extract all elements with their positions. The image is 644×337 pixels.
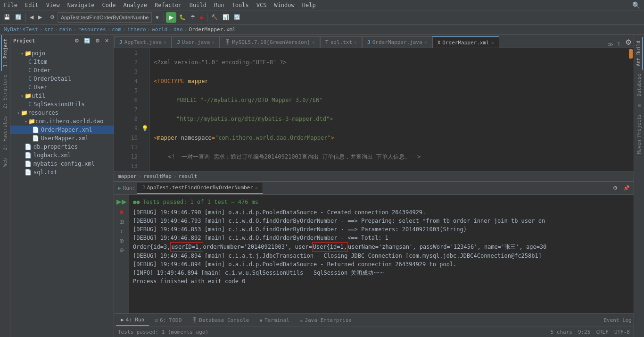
tab-user[interactable]: J User.java ✕ <box>172 36 220 48</box>
maven-tool[interactable]: Maven Projects <box>636 110 643 158</box>
bottom-tab-terminal[interactable]: ▪ Terminal <box>255 315 294 326</box>
stop-btn[interactable]: ■ <box>198 14 205 21</box>
menu-view[interactable]: View <box>42 2 64 8</box>
editor-content[interactable]: 1 2 3 4 5 6 7 8 9 10 11 12 13 <box>114 48 634 171</box>
bc-src[interactable]: src <box>44 26 53 33</box>
tab-close[interactable]: ✕ <box>424 40 427 45</box>
structure-tool[interactable]: Z: Structure <box>1 71 8 112</box>
tree-pojo[interactable]: ▾ 📁 pojo <box>10 49 114 58</box>
settings-btn[interactable]: ⚙ <box>48 13 57 21</box>
code-content[interactable]: <?xml version="1.0" encoding="UTF-8" ?> … <box>150 48 628 171</box>
coverage-btn[interactable]: ☂ <box>189 13 197 21</box>
bc-main[interactable]: main <box>59 26 72 33</box>
dropdown-btn[interactable]: ▼ <box>153 14 162 21</box>
tree-item[interactable]: C User <box>10 83 114 92</box>
tab-close[interactable]: ✕ <box>354 40 357 45</box>
bottom-tab-db-console[interactable]: 🗄 Database Console <box>187 315 254 326</box>
tree-user-mapper[interactable]: 📄 UserMapper.xml <box>10 134 114 143</box>
line-ending[interactable]: CRLF <box>596 329 609 335</box>
menu-edit[interactable]: Edit <box>21 2 42 8</box>
run-config-input[interactable] <box>58 12 152 23</box>
m-tool[interactable]: m <box>636 100 643 110</box>
run-btn[interactable]: ▶ <box>166 12 176 23</box>
rerun-btn[interactable]: ▶▶ <box>116 197 128 206</box>
stop-run-btn[interactable]: ■ <box>118 207 124 217</box>
run-scrollbar[interactable] <box>628 195 634 313</box>
search-icon[interactable]: 🔍 <box>628 1 644 9</box>
save-btn[interactable]: 💾 <box>2 13 12 21</box>
project-tool[interactable]: 1: Project <box>1 35 9 71</box>
debug-btn[interactable]: 🐛 <box>177 13 188 21</box>
tab-close[interactable]: ✕ <box>164 40 166 45</box>
tree-resources[interactable]: ▾ 📁 resources <box>10 109 114 117</box>
tab-ordermapper-java[interactable]: J OrderMapper.java ✕ <box>362 36 432 48</box>
menu-file[interactable]: File <box>0 2 21 8</box>
tab-ordermapper-xml[interactable]: X OrderMapper.xml ✕ <box>432 36 499 48</box>
menu-window[interactable]: Window <box>270 2 298 8</box>
run-tab-apptest[interactable]: J AppTest.testFindOrderByOrderNumber ✕ <box>137 183 263 194</box>
menu-build[interactable]: Build <box>186 2 210 8</box>
ant-build-tool[interactable]: Ant Build <box>635 37 643 70</box>
sidebar-gear[interactable]: ⚙ <box>73 37 81 45</box>
menu-refactor[interactable]: Refactor <box>151 2 186 8</box>
bc-resources[interactable]: resources <box>78 26 106 33</box>
menu-analyze[interactable]: Analyze <box>119 2 151 8</box>
sidebar-settings[interactable]: ⚙ <box>93 37 102 45</box>
tree-item[interactable]: C SqlSessionUtils <box>10 100 114 109</box>
run-settings[interactable]: ⚙ <box>611 184 619 192</box>
tab-close[interactable]: ✕ <box>312 40 315 45</box>
menu-code[interactable]: Code <box>99 2 120 8</box>
forward-btn[interactable]: ▶ <box>36 13 44 21</box>
bc-world[interactable]: world <box>152 26 167 33</box>
menu-help[interactable]: Help <box>298 2 320 8</box>
web-tool[interactable]: Web <box>1 154 8 170</box>
database-tool[interactable]: Database <box>636 70 643 100</box>
event-log-btn[interactable]: Event Log <box>603 317 632 323</box>
expand-btn[interactable]: ⊕ <box>118 236 125 245</box>
tab-sql[interactable]: T sql.txt ✕ <box>320 36 362 48</box>
editor-settings[interactable]: ⚙ <box>623 37 634 48</box>
tree-dao-folder[interactable]: ▾ 📁 com.ithero.world.dao <box>10 117 114 126</box>
favorites-tool[interactable]: 2: Favorites <box>1 112 8 154</box>
tree-order-mapper[interactable]: 📄 OrderMapper.xml <box>10 126 114 134</box>
tree-item[interactable]: C OrderDetail <box>10 75 114 83</box>
bottom-tab-run[interactable]: ▶ 4: Run <box>116 315 149 326</box>
reload-btn[interactable]: 🔃 <box>232 13 242 21</box>
tab-overflow[interactable]: ≫ 1 <box>605 41 623 48</box>
bottom-tab-todo[interactable]: ☑ 6: TODO <box>150 315 186 326</box>
tree-util[interactable]: ▾ 📁 util <box>10 92 114 100</box>
menu-tools[interactable]: Tools <box>228 2 253 8</box>
bottom-tab-java-enterprise[interactable]: ☕ Java Enterprise <box>295 315 356 326</box>
tab-mysql[interactable]: 🗄 MySQL5.7.19[GreenVersion] ✕ <box>220 36 320 48</box>
sort-btn[interactable]: ↕ <box>119 227 124 236</box>
back-btn[interactable]: ◀ <box>28 13 35 21</box>
bc-com[interactable]: com <box>112 26 121 33</box>
bc-file[interactable]: OrderMapper.xml <box>189 26 235 33</box>
tab-close[interactable]: ✕ <box>491 40 494 45</box>
sidebar-sync[interactable]: 🔄 <box>82 37 92 45</box>
encoding[interactable]: UTF-8 <box>614 329 630 335</box>
bc-ithero[interactable]: ithero <box>127 26 146 33</box>
menu-vcs[interactable]: VCS <box>253 2 271 8</box>
tab-apptest[interactable]: J AppTest.java ✕ <box>114 36 172 48</box>
cursor-position[interactable]: 9:25 <box>578 329 591 335</box>
sidebar-close[interactable]: ✕ <box>103 37 111 45</box>
sync-btn[interactable]: 🔄 <box>13 13 24 21</box>
tree-logback[interactable]: 📄 logback.xml <box>10 151 114 160</box>
profile-btn[interactable]: 📊 <box>221 13 231 21</box>
tree-db-props[interactable]: 📄 db.properties <box>10 143 114 151</box>
tree-item[interactable]: C Order <box>10 66 114 75</box>
filter-btn[interactable]: ⊞ <box>118 218 125 226</box>
build-btn[interactable]: 🔨 <box>209 13 220 21</box>
menu-run[interactable]: Run <box>210 2 228 8</box>
run-pin[interactable]: 📌 <box>621 184 632 192</box>
lightbulb-icon[interactable]: 💡 <box>140 124 149 133</box>
menu-navigate[interactable]: Navigate <box>64 2 99 8</box>
tree-sql-txt[interactable]: 📄 sql.txt <box>10 168 114 177</box>
collapse-btn[interactable]: ⊖ <box>118 246 125 254</box>
editor-scrollbar[interactable] <box>628 48 634 171</box>
bc-dao[interactable]: dao <box>173 26 183 33</box>
bc-project[interactable]: MyBatisTest <box>4 26 38 33</box>
tree-item[interactable]: C Item <box>10 58 114 66</box>
tree-mybatis-config[interactable]: 📄 mybatis-config.xml <box>10 160 114 168</box>
